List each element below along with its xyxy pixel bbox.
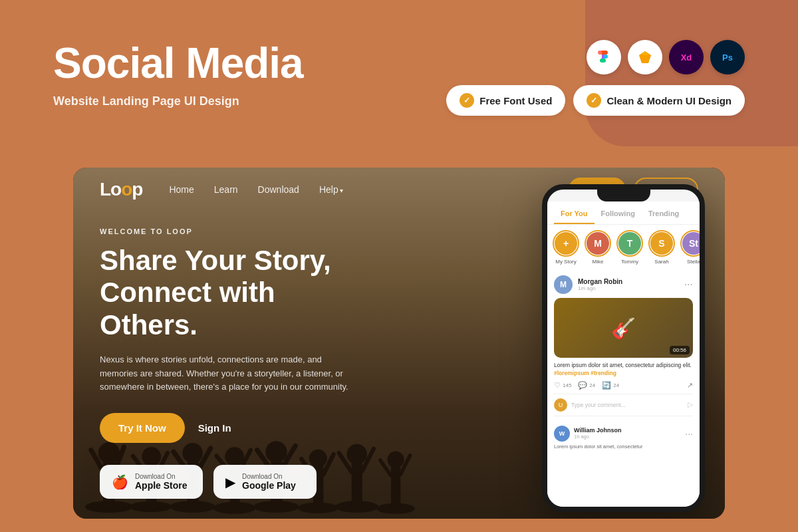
svg-rect-39 bbox=[391, 465, 400, 509]
comment-avatar: U bbox=[554, 398, 567, 412]
nav-home[interactable]: Home bbox=[169, 184, 194, 195]
comment-action[interactable]: 💬 24 bbox=[578, 381, 595, 390]
share-action[interactable]: ↗ bbox=[687, 381, 693, 390]
post-card: M Morgan Robin 1m ago ··· 🎸 00:56 Lorem … bbox=[547, 270, 700, 422]
play-icon: ▶ bbox=[225, 474, 235, 490]
figma-icon bbox=[587, 40, 621, 74]
post-image: 🎸 00:56 bbox=[554, 298, 693, 358]
avatar-name-my-story: My Story bbox=[555, 259, 577, 265]
repost-action[interactable]: 🔄 24 bbox=[602, 381, 619, 390]
badge-row: ✓ Free Font Used ✓ Clean & Modern UI Des… bbox=[446, 85, 745, 116]
photoshop-icon: Ps bbox=[710, 40, 745, 74]
story-stella[interactable]: St Stella bbox=[680, 230, 700, 265]
apple-store-text: Download On Apple Store bbox=[135, 473, 188, 491]
post-header: M Morgan Robin 1m ago ··· bbox=[554, 275, 693, 294]
post-avatar: M bbox=[554, 275, 573, 294]
post-duration: 00:56 bbox=[670, 346, 690, 354]
check-icon-2: ✓ bbox=[587, 93, 601, 108]
second-post-avatar: W bbox=[554, 426, 570, 442]
main-title: Social Media bbox=[53, 40, 303, 86]
xd-icon: Xd bbox=[669, 40, 704, 74]
post-actions: ♡ 145 💬 24 🔄 24 ↗ bbox=[554, 381, 693, 394]
nav-download[interactable]: Download bbox=[258, 184, 299, 195]
comment-input: U Type your comment... ▷ bbox=[554, 394, 693, 416]
apple-store-bottom: Apple Store bbox=[135, 480, 188, 491]
nav-links: Home Learn Download Help bbox=[169, 184, 343, 195]
post-more-icon[interactable]: ··· bbox=[684, 279, 693, 291]
avatar-ring-mike: M bbox=[585, 230, 611, 257]
story-tommy[interactable]: T Tommy bbox=[616, 230, 643, 265]
welcome-label: WELCOME TO LOOP bbox=[100, 227, 379, 235]
try-now-button[interactable]: Try It Now bbox=[100, 413, 185, 443]
hero-buttons: Try It Now Sign In bbox=[100, 413, 379, 443]
hero-description: Nexus is where stories unfold, connectio… bbox=[100, 353, 352, 394]
post-hashtags: #loremipsum #trending bbox=[554, 370, 616, 376]
google-play-bottom: Google Play bbox=[242, 480, 296, 491]
avatar-name-tommy: Tommy bbox=[621, 259, 638, 265]
hero-content: WELCOME TO LOOP Share Your Story, Connec… bbox=[100, 227, 379, 469]
apple-icon: 🍎 bbox=[112, 474, 128, 490]
subtitle: Website Landing Page UI Design bbox=[53, 94, 303, 108]
nav-learn[interactable]: Learn bbox=[214, 184, 238, 195]
send-icon[interactable]: ▷ bbox=[688, 400, 693, 409]
logo-accent: o bbox=[121, 179, 132, 200]
avatar-circle-sarah: S bbox=[650, 232, 673, 255]
avatar-circle-my-story: + bbox=[555, 232, 577, 255]
sign-in-button[interactable]: Sign In bbox=[198, 422, 231, 434]
logo: Loop bbox=[100, 179, 142, 200]
google-play-button[interactable]: ▶ Download On Google Play bbox=[213, 465, 317, 499]
nav-help[interactable]: Help bbox=[319, 184, 344, 195]
preview-card: Loop Home Learn Download Help Log In Sig… bbox=[73, 168, 725, 519]
badge-clean-design: ✓ Clean & Modern UI Design bbox=[573, 85, 745, 116]
hero-title: Share Your Story, Connect with Others. bbox=[100, 245, 379, 341]
tool-icons: Xd Ps bbox=[587, 40, 745, 74]
post-username: Morgan Robin bbox=[578, 278, 679, 285]
avatar-circle-tommy: T bbox=[618, 232, 641, 255]
second-post-time: 1h ago bbox=[574, 434, 681, 440]
title-section: Social Media Website Landing Page UI Des… bbox=[53, 40, 303, 108]
tab-following[interactable]: Following bbox=[595, 207, 642, 224]
comment-icon: 💬 bbox=[578, 381, 587, 390]
second-post-info: William Johnson 1h ago bbox=[574, 427, 681, 440]
download-buttons: 🍎 Download On Apple Store ▶ Download On … bbox=[100, 465, 317, 499]
avatar-circle-stella: St bbox=[682, 232, 700, 255]
guitar-image: 🎸 bbox=[611, 317, 636, 340]
story-tabs: For You Following Trending bbox=[547, 201, 700, 225]
badge-free-font-label: Free Font Used bbox=[479, 95, 552, 106]
phone-notch bbox=[597, 190, 650, 201]
post-caption: Lorem ipsum dolor sit amet, consectetur … bbox=[554, 362, 693, 378]
google-play-text: Download On Google Play bbox=[242, 473, 296, 491]
post-user-info: Morgan Robin 1m ago bbox=[578, 278, 679, 291]
second-post: W William Johnson 1h ago ··· Lorem ipsum… bbox=[547, 422, 700, 454]
story-sarah[interactable]: S Sarah bbox=[648, 230, 675, 265]
comment-count: 24 bbox=[589, 382, 595, 388]
svg-point-40 bbox=[388, 451, 404, 467]
story-my-story[interactable]: + My Story bbox=[553, 230, 579, 265]
story-avatars: + My Story M Mike T Tommy bbox=[547, 225, 700, 270]
google-play-top: Download On bbox=[242, 473, 296, 480]
heart-icon: ♡ bbox=[554, 381, 561, 390]
avatar-name-sarah: Sarah bbox=[654, 259, 668, 265]
badges-section: Xd Ps ✓ Free Font Used ✓ Clean & Modern … bbox=[446, 40, 745, 116]
tab-for-you[interactable]: For You bbox=[554, 207, 595, 224]
avatar-circle-mike: M bbox=[587, 232, 609, 255]
second-post-username: William Johnson bbox=[574, 427, 681, 434]
check-icon: ✓ bbox=[460, 93, 474, 108]
avatar-ring-tommy: T bbox=[616, 230, 643, 257]
comment-input-box[interactable]: Type your comment... bbox=[571, 402, 684, 408]
badge-free-font: ✓ Free Font Used bbox=[446, 85, 565, 116]
avatar-ring-stella: St bbox=[680, 230, 700, 257]
like-action[interactable]: ♡ 145 bbox=[554, 381, 571, 390]
tab-trending[interactable]: Trending bbox=[642, 207, 686, 224]
repost-count: 24 bbox=[613, 382, 619, 388]
post-caption-text: Lorem ipsum dolor sit amet, consectetur … bbox=[554, 362, 692, 368]
avatar-ring-sarah: S bbox=[648, 230, 675, 257]
avatar-name-mike: Mike bbox=[593, 259, 604, 265]
second-post-more-icon[interactable]: ··· bbox=[685, 428, 693, 439]
story-mike[interactable]: M Mike bbox=[585, 230, 611, 265]
phone-mockup: For You Following Trending + My Story M … bbox=[542, 184, 705, 512]
apple-store-top: Download On bbox=[135, 473, 188, 480]
post-time: 1m ago bbox=[578, 285, 679, 291]
second-post-header: W William Johnson 1h ago ··· bbox=[554, 426, 693, 442]
apple-store-button[interactable]: 🍎 Download On Apple Store bbox=[100, 465, 203, 499]
